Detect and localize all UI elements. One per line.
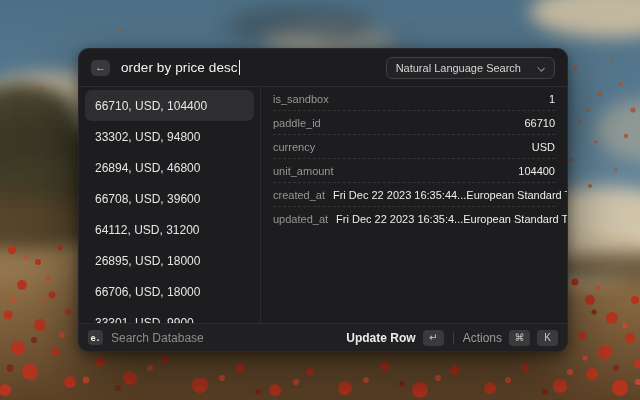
chevron-down-icon (537, 63, 545, 71)
search-query-text: order by price desc (121, 60, 238, 75)
footer-search-input[interactable]: Search Database (111, 331, 204, 345)
detail-value: USD (532, 141, 555, 153)
detail-key: currency (273, 141, 315, 153)
extension-icon: e. (88, 330, 103, 345)
list-item[interactable]: 64112, USD, 31200 (85, 214, 254, 245)
detail-value: 104400 (518, 165, 555, 177)
detail-value: 66710 (524, 117, 555, 129)
detail-key: is_sandbox (273, 93, 329, 105)
desktop: ← order by price desc Natural Language S… (0, 0, 640, 400)
detail-key: created_at (273, 189, 325, 201)
detail-key: updated_at (273, 213, 328, 225)
detail-value: Fri Dec 22 2023 16:35:4...European Stand… (336, 213, 567, 225)
back-arrow-icon: ← (95, 62, 106, 73)
enter-key-icon: ↵ (423, 330, 444, 346)
list-item[interactable]: 66706, USD, 18000 (85, 276, 254, 307)
action-bar: e. Search Database Update Row ↵ Actions … (79, 323, 567, 351)
detail-row: unit_amount 104400 (273, 158, 555, 182)
list-item[interactable]: 33301, USD, 9900 (85, 307, 254, 323)
content-split: 66710, USD, 104400 33302, USD, 94800 268… (79, 87, 567, 323)
detail-value: Fri Dec 22 2023 16:35:44...European Stan… (333, 189, 567, 201)
k-key-icon: K (537, 330, 558, 346)
search-bar: ← order by price desc Natural Language S… (79, 49, 567, 87)
search-input[interactable]: order by price desc (121, 60, 240, 75)
detail-row: is_sandbox 1 (273, 87, 555, 110)
text-caret (239, 60, 241, 75)
list-item[interactable]: 26894, USD, 46800 (85, 152, 254, 183)
detail-row: currency USD (273, 134, 555, 158)
detail-key: unit_amount (273, 165, 334, 177)
divider (453, 332, 454, 344)
list-item[interactable]: 26895, USD, 18000 (85, 245, 254, 276)
detail-key: paddle_id (273, 117, 321, 129)
update-row-button[interactable]: Update Row (346, 331, 415, 345)
detail-row: created_at Fri Dec 22 2023 16:35:44...Eu… (273, 182, 555, 206)
detail-row: updated_at Fri Dec 22 2023 16:35:4...Eur… (273, 206, 555, 230)
search-mode-dropdown[interactable]: Natural Language Search (386, 57, 555, 79)
raycast-window: ← order by price desc Natural Language S… (78, 48, 568, 352)
results-list: 66710, USD, 104400 33302, USD, 94800 268… (79, 87, 261, 323)
list-item[interactable]: 66708, USD, 39600 (85, 183, 254, 214)
list-item[interactable]: 66710, USD, 104400 (85, 90, 254, 121)
back-button[interactable]: ← (91, 60, 110, 76)
detail-value: 1 (549, 93, 555, 105)
detail-row: paddle_id 66710 (273, 110, 555, 134)
actions-button[interactable]: Actions (463, 331, 502, 345)
footer-actions: Update Row ↵ Actions ⌘ K (346, 330, 558, 346)
detail-panel: is_sandbox 1 paddle_id 66710 currency US… (261, 87, 567, 323)
search-mode-label: Natural Language Search (396, 62, 521, 74)
list-item[interactable]: 33302, USD, 94800 (85, 121, 254, 152)
command-key-icon: ⌘ (509, 330, 530, 346)
